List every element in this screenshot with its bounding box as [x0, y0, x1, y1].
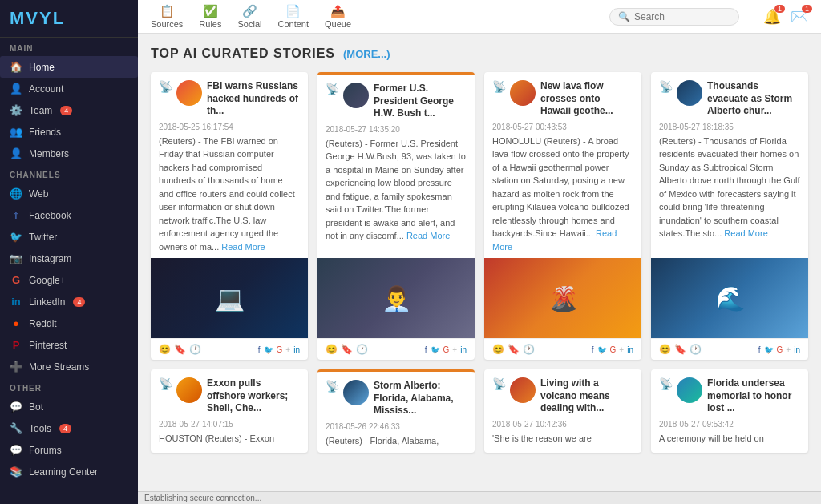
- card-1-body: (Reuters) - The FBI warned on Friday tha…: [151, 135, 308, 259]
- share-gp[interactable]: G: [610, 345, 617, 354]
- forums-icon: 💬: [10, 444, 22, 456]
- topbar-sources[interactable]: 📋 Sources: [151, 4, 183, 29]
- sidebar-item-home[interactable]: 🏠 Home: [0, 56, 138, 78]
- card-6-body: (Reuters) - Florida, Alabama,: [317, 434, 475, 453]
- share-fb[interactable]: f: [758, 345, 761, 354]
- sidebar-item-twitter[interactable]: 🐦 Twitter: [0, 226, 138, 248]
- friends-icon: 👥: [10, 126, 22, 138]
- sidebar-item-more-streams[interactable]: ➕ More Streams: [0, 356, 138, 377]
- share-tw[interactable]: 🐦: [597, 345, 607, 354]
- linkedin-badge: 4: [73, 297, 85, 307]
- sidebar-item-label: Tools: [29, 423, 51, 434]
- card-4-image: 🌊: [651, 258, 808, 338]
- card-5: 📡 Exxon pulls offshore workers; Shell, C…: [151, 369, 308, 452]
- search-bar[interactable]: 🔍: [609, 8, 739, 26]
- sidebar-item-label: Twitter: [29, 232, 57, 243]
- more-link[interactable]: (MORE...): [343, 48, 390, 60]
- sidebar-item-label: Friends: [29, 127, 61, 138]
- share-fb[interactable]: f: [258, 345, 261, 354]
- sidebar-item-friends[interactable]: 👥 Friends: [0, 121, 138, 143]
- sidebar-item-team[interactable]: ⚙️ Team 4: [0, 99, 138, 121]
- members-icon: 👤: [10, 147, 22, 159]
- topbar-queue[interactable]: 📤 Queue: [325, 4, 351, 29]
- rules-label: Rules: [199, 19, 221, 29]
- sidebar: MVYL MAIN 🏠 Home 👤 Account ⚙️ Team 4 👥 F…: [0, 0, 138, 504]
- card-1-read-more[interactable]: Read More: [221, 242, 265, 252]
- card-6: 📡 Storm Alberto: Florida, Alabama, Missi…: [317, 369, 475, 452]
- sidebar-item-googleplus[interactable]: G Google+: [0, 269, 138, 291]
- card-2-share: f 🐦 G + in: [425, 345, 467, 354]
- sidebar-item-pinterest[interactable]: P Pinterest: [0, 334, 138, 356]
- card-7-date: 2018-05-27 10:42:36: [484, 420, 641, 432]
- card-7-title: Living with a volcano means dealing with…: [540, 377, 633, 415]
- topbar-content[interactable]: 📄 Content: [277, 4, 309, 29]
- bookmark-icon[interactable]: 🔖: [508, 344, 520, 355]
- sidebar-item-linkedin[interactable]: in LinkedIn 4: [0, 291, 138, 312]
- like-icon[interactable]: 😊: [326, 344, 338, 355]
- sidebar-item-reddit[interactable]: ● Reddit: [0, 312, 138, 334]
- search-input[interactable]: [634, 11, 730, 22]
- sidebar-item-tools[interactable]: 🔧 Tools 4: [0, 417, 138, 439]
- search-icon: 🔍: [618, 11, 630, 22]
- like-icon[interactable]: 😊: [659, 344, 671, 355]
- messages-button[interactable]: ✉️ 1: [791, 8, 808, 26]
- card-5-body: HOUSTON (Reuters) - Exxon: [151, 432, 308, 450]
- share-gp[interactable]: G: [443, 345, 450, 354]
- card-4-read-more[interactable]: Read More: [724, 228, 767, 238]
- share-gp[interactable]: G: [777, 345, 783, 354]
- share-in[interactable]: +: [285, 345, 290, 354]
- logo: MVYL: [0, 0, 138, 38]
- notifications-button[interactable]: 🔔 1: [763, 8, 781, 26]
- page-title: TOP AI CURATED STORIES: [151, 46, 335, 61]
- card-7-header: 📡 Living with a volcano means dealing wi…: [484, 369, 641, 420]
- share-li[interactable]: in: [460, 345, 467, 354]
- share-tw[interactable]: 🐦: [431, 345, 440, 354]
- sidebar-item-account[interactable]: 👤 Account: [0, 78, 138, 99]
- card-4-header: 📡 Thousands evacuate as Storm Alberto ch…: [651, 72, 808, 123]
- share-li[interactable]: in: [293, 345, 300, 354]
- card-1-footer: 😊 🔖 🕐 f 🐦 G + in: [151, 338, 308, 360]
- share-tw[interactable]: 🐦: [264, 345, 273, 354]
- topbar-social[interactable]: 🔗 Social: [237, 4, 261, 29]
- sidebar-item-forums[interactable]: 💬 Forums: [0, 439, 138, 461]
- sidebar-item-learning[interactable]: 📚 Learning Center: [0, 461, 138, 482]
- sidebar-item-instagram[interactable]: 📷 Instagram: [0, 248, 138, 269]
- share-tw[interactable]: 🐦: [764, 345, 774, 354]
- linkedin-icon: in: [10, 296, 22, 308]
- queue-icon: 📤: [330, 4, 346, 18]
- topbar-rules[interactable]: ✅ Rules: [199, 4, 221, 29]
- bookmark-icon[interactable]: 🔖: [174, 344, 186, 355]
- card-4-title: Thousands evacuate as Storm Alberto chur…: [707, 80, 800, 118]
- bookmark-icon[interactable]: 🔖: [341, 344, 353, 355]
- card-8: 📡 Florida undersea memorial to honor los…: [651, 369, 808, 452]
- sidebar-item-members[interactable]: 👤 Members: [0, 143, 138, 164]
- share-li[interactable]: in: [627, 345, 633, 354]
- clock-icon[interactable]: 🕐: [690, 344, 702, 355]
- like-icon[interactable]: 😊: [492, 344, 504, 355]
- clock-icon[interactable]: 🕐: [523, 344, 535, 355]
- like-icon[interactable]: 😊: [159, 344, 171, 355]
- card-2-read-more[interactable]: Read More: [406, 231, 450, 240]
- content-area: TOP AI CURATED STORIES (MORE...) 📡 FBI w…: [138, 34, 821, 491]
- sidebar-item-label: Instagram: [29, 253, 71, 264]
- share-gp[interactable]: G: [277, 345, 283, 354]
- share-in[interactable]: +: [452, 345, 457, 354]
- clock-icon[interactable]: 🕐: [356, 344, 368, 355]
- card-3: 📡 New lava flow crosses onto Hawaii geot…: [484, 72, 641, 360]
- sidebar-item-label: Members: [29, 148, 69, 159]
- sidebar-item-label: Pinterest: [29, 340, 67, 351]
- sidebar-item-label: More Streams: [29, 361, 89, 373]
- sidebar-item-facebook[interactable]: f Facebook: [0, 204, 138, 226]
- share-in[interactable]: +: [786, 345, 791, 354]
- share-fb[interactable]: f: [425, 345, 427, 354]
- sidebar-item-bot[interactable]: 💬 Bot: [0, 396, 138, 417]
- sidebar-item-label: Forums: [29, 445, 62, 456]
- share-in[interactable]: +: [619, 345, 624, 354]
- card-3-date: 2018-05-27 00:43:53: [484, 123, 641, 135]
- card-1-actions: 😊 🔖 🕐: [159, 344, 201, 355]
- share-li[interactable]: in: [794, 345, 800, 354]
- bookmark-icon[interactable]: 🔖: [674, 344, 686, 355]
- clock-icon[interactable]: 🕐: [189, 344, 201, 355]
- sidebar-item-web[interactable]: 🌐 Web: [0, 183, 138, 204]
- share-fb[interactable]: f: [592, 345, 594, 354]
